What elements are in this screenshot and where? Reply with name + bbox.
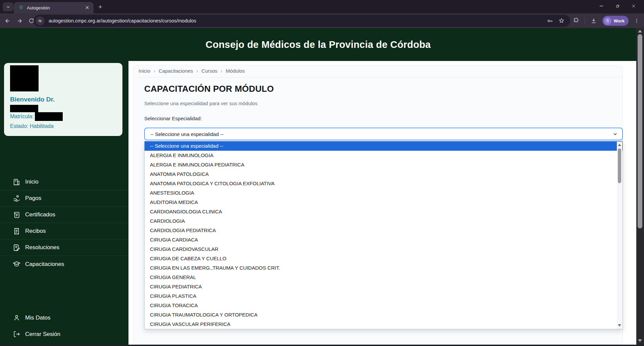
page-scrollbar[interactable] (636, 28, 644, 345)
breadcrumb-item-capacitaciones[interactable]: Capacitaciones (159, 68, 193, 74)
specialty-option[interactable]: CIRUGIA DE CABEZA Y CUELLO (145, 254, 623, 263)
specialty-option[interactable]: CIRUGIA GENERAL (145, 273, 623, 282)
specialty-option[interactable]: CIRUGIA CARDIOVASCULAR (145, 245, 623, 254)
specialty-option[interactable]: CARDIOLOGIA (145, 216, 623, 226)
dropdown-scrollbar-thumb[interactable] (618, 148, 621, 183)
breadcrumb: Inicio›Capacitaciones›Cursos›Módulos (139, 67, 245, 74)
specialty-select-value: -- Seleccione una especialidad -- (150, 131, 613, 137)
section-subtitle: Seleccione una especialidad para ver sus… (144, 100, 258, 106)
sidebar-item-pagos[interactable]: Pagos (0, 190, 128, 207)
specialty-select-label: Seleccionar Especialidad: (144, 116, 202, 121)
section-title: CAPACITACIÓN POR MÓDULO (144, 84, 274, 94)
breadcrumb-item-inicio[interactable]: Inicio (139, 68, 150, 74)
specialty-option[interactable]: CIRUGIA CARDIACA (145, 235, 623, 245)
specialty-options: -- Seleccione una especialidad --ALERGIA… (145, 141, 623, 329)
estado-text: Estado: Habilitada (10, 123, 54, 129)
site-favicon (18, 5, 24, 10)
sidebar-item-label: Mis Datos (25, 315, 51, 321)
welcome-text: Bienvenido Dr. (10, 96, 55, 103)
site-settings-icon[interactable] (36, 16, 45, 25)
sidebar-item-label: Capacitaciones (25, 261, 64, 268)
sidebar-item-resoluciones[interactable]: Resoluciones (0, 239, 128, 256)
bookmark-star-icon[interactable] (558, 17, 565, 24)
breadcrumb-item-modulos[interactable]: Módulos (226, 68, 245, 74)
new-tab-button[interactable]: + (97, 3, 104, 11)
specialty-option[interactable]: ANATOMIA PATOLOGICA Y CITOLOGIA EXFOLIAT… (145, 179, 623, 188)
passwords-key-icon[interactable] (546, 17, 553, 24)
person-icon (13, 314, 20, 322)
browser-tab[interactable]: Autogestión ✕ (14, 2, 94, 13)
graduation-cap-icon (13, 260, 20, 268)
tab-search-chevron-button[interactable] (3, 2, 13, 11)
logout-icon (13, 330, 20, 338)
sidebar-item-certificados[interactable]: Certificados (0, 207, 128, 223)
sidebar-item-label: Recibos (25, 228, 46, 234)
sidebar-item-label: Cerrar Sesión (25, 331, 60, 338)
sidebar-footer-nav: Mis DatosCerrar Sesión (0, 309, 128, 342)
sidebar-item-cerrar-sesion[interactable]: Cerrar Sesión (0, 326, 128, 342)
window-restore-button[interactable] (614, 2, 621, 10)
sidebar-item-label: Resoluciones (25, 244, 59, 251)
avatar: S (604, 17, 611, 25)
downloads-icon[interactable] (590, 17, 597, 24)
receipt-icon (13, 227, 20, 235)
tab-title: Autogestión (27, 5, 84, 10)
sidebar-item-mis-datos[interactable]: Mis Datos (0, 309, 128, 326)
breadcrumb-item-cursos[interactable]: Cursos (202, 68, 218, 74)
breadcrumb-divider (133, 77, 623, 77)
sidebar: Bienvenido Dr. Matrícula: Estado: Habili… (0, 28, 128, 345)
profile-card: Bienvenido Dr. Matrícula: Estado: Habili… (4, 63, 122, 136)
window-controls (598, 0, 642, 12)
page-scrollbar-thumb[interactable] (638, 34, 642, 228)
scroll-down-icon[interactable] (638, 339, 642, 342)
sidebar-item-capacitaciones[interactable]: Capacitaciones (0, 256, 128, 272)
extensions-icon[interactable] (573, 17, 579, 24)
browser-tabstrip: Autogestión ✕ + (0, 0, 644, 13)
window-minimize-button[interactable] (598, 2, 605, 10)
scroll-icon (13, 211, 20, 219)
redacted-doctor-name (10, 105, 38, 112)
sidebar-item-recibos[interactable]: Recibos (0, 223, 128, 239)
back-button[interactable] (3, 16, 12, 25)
hospital-icon (13, 178, 20, 186)
sidebar-item-inicio[interactable]: Inicio (0, 174, 128, 190)
scroll-up-icon[interactable] (638, 30, 642, 32)
browser-toolbar: autogestion.cmpc.org.ar/autogestion/capa… (0, 13, 644, 28)
specialty-option[interactable]: ANESTESIOLOGIA (145, 188, 623, 198)
screen: Autogestión ✕ + (0, 0, 644, 346)
breadcrumb-separator-icon: › (154, 68, 155, 74)
matricula-label: Matrícula: (10, 114, 34, 120)
specialty-option[interactable]: CIRUGIA EN LAS EMERG.,TRAUMA Y CUIDADOS … (145, 263, 623, 273)
scroll-up-icon[interactable] (618, 144, 621, 146)
chevron-down-icon (613, 132, 618, 136)
window-bottom-edge (0, 345, 644, 346)
browser-menu-icon[interactable] (634, 18, 639, 24)
sidebar-item-label: Pagos (25, 195, 41, 202)
specialty-select[interactable]: -- Seleccione una especialidad -- (144, 128, 623, 140)
url-text[interactable]: autogestion.cmpc.org.ar/autogestion/capa… (49, 18, 546, 23)
specialty-option[interactable]: CIRUGIA TRAUMATOLOGICA Y ORTOPEDICA (145, 310, 623, 320)
specialty-option[interactable]: CARDIOLOGIA PEDIATRICA (145, 226, 623, 235)
specialty-option[interactable]: CIRUGIA VASCULAR PERIFERICA (145, 320, 623, 329)
url-bar[interactable]: autogestion.cmpc.org.ar/autogestion/capa… (34, 15, 570, 27)
tab-close-icon[interactable]: ✕ (84, 5, 90, 11)
chevron-down-icon (6, 5, 10, 9)
breadcrumb-separator-icon: › (197, 68, 198, 74)
sidebar-nav: InicioPagosCertificadosRecibosResolucion… (0, 174, 128, 272)
scroll-down-icon[interactable] (618, 324, 621, 327)
specialty-option[interactable]: AUDITORIA MEDICA (145, 198, 623, 207)
forward-button[interactable] (15, 16, 24, 25)
window-close-button[interactable] (630, 2, 637, 10)
specialty-option[interactable]: CIRUGIA TORACICA (145, 301, 623, 310)
redacted-matricula-number (35, 112, 63, 121)
specialty-option[interactable]: CIRUGIA PLASTICA (145, 291, 623, 301)
specialty-option[interactable]: CARDIOANGIOLOGIA CLINICA (145, 207, 623, 216)
browser-profile-chip[interactable]: S Work (602, 16, 629, 26)
specialty-option[interactable]: ANATOMIA PATOLOGICA (145, 169, 623, 179)
specialty-option[interactable]: -- Seleccione una especialidad -- (145, 141, 623, 151)
specialty-option[interactable]: ALERGIA E INMUNOLOGIA PEDIATRICA (145, 160, 623, 169)
dropdown-scrollbar[interactable] (617, 142, 622, 329)
toolbar-divider (585, 17, 585, 24)
specialty-option[interactable]: ALERGIA E INMUNOLOGIA (145, 151, 623, 160)
specialty-option[interactable]: CIRUGIA PEDIATRICA (145, 282, 623, 291)
